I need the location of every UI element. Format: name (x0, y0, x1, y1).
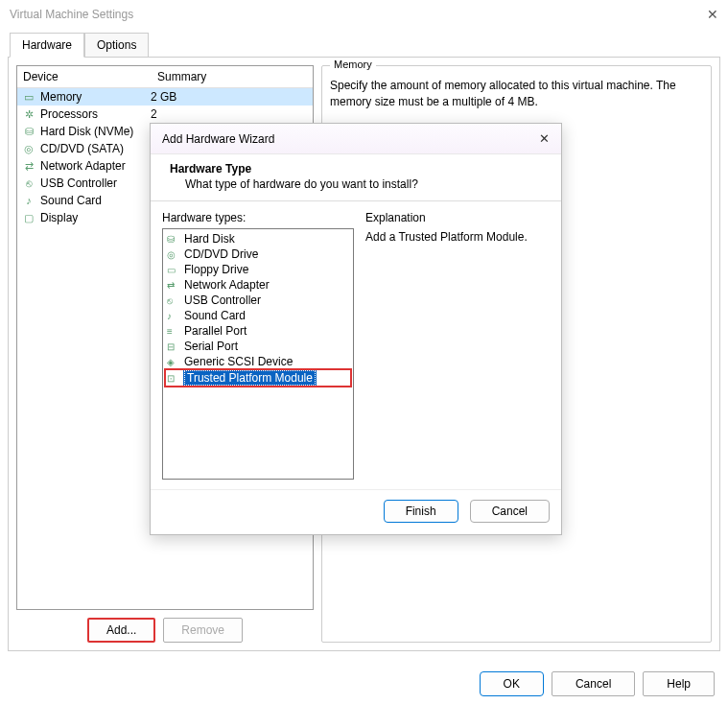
hardware-type-item[interactable]: ⎋USB Controller (165, 293, 351, 308)
hw-type-name: Network Adapter (184, 278, 270, 292)
device-name: Memory (40, 90, 151, 104)
wizard-titlebar: Add Hardware Wizard ✕ (151, 124, 561, 154)
hardware-type-item[interactable]: ⊡Trusted Platform Module (165, 369, 351, 387)
wizard-title: Add Hardware Wizard (162, 132, 274, 146)
device-icon: ◎ (21, 143, 36, 155)
hardware-type-item[interactable]: ◎CD/DVD Drive (165, 246, 351, 262)
wizard-head-desc: What type of hardware do you want to ins… (185, 177, 542, 191)
wizard-cancel-button[interactable]: Cancel (470, 500, 550, 523)
hardware-type-item[interactable]: ⛁Hard Disk (165, 231, 351, 246)
hw-type-icon: ≡ (167, 326, 180, 337)
hw-type-icon: ⊡ (167, 373, 180, 384)
device-name: Network Adapter (40, 159, 151, 173)
device-row[interactable]: ▭Memory2 GB (17, 88, 313, 106)
hw-type-icon: ⎋ (167, 295, 180, 306)
hw-type-name: USB Controller (184, 293, 261, 307)
device-icon: ⛁ (21, 126, 36, 138)
memory-legend: Memory (330, 59, 376, 70)
remove-button: Remove (163, 618, 243, 643)
ok-button[interactable]: OK (480, 671, 544, 696)
memory-description: Specify the amount of memory allocated t… (330, 74, 703, 118)
hw-type-name: Parallel Port (184, 324, 247, 338)
device-name: Display (40, 211, 151, 224)
hw-type-name: Serial Port (184, 340, 238, 353)
hw-type-icon: ♪ (167, 311, 180, 321)
hw-type-icon: ⛁ (167, 234, 180, 245)
device-name: Hard Disk (NVMe) (40, 125, 151, 138)
tab-options[interactable]: Options (84, 33, 149, 58)
hardware-types-list[interactable]: ⛁Hard Disk◎CD/DVD Drive▭Floppy Drive⇄Net… (162, 228, 354, 480)
device-icon: ✲ (21, 108, 36, 121)
hardware-types-label: Hardware types: (162, 211, 354, 224)
device-name: Processors (40, 107, 151, 121)
hardware-type-item[interactable]: ⇄Network Adapter (165, 277, 351, 293)
hw-type-name: Floppy Drive (184, 263, 248, 276)
device-icon: ♪ (21, 195, 36, 206)
tab-strip: Hardware Options (0, 33, 728, 58)
device-name: CD/DVD (SATA) (40, 142, 151, 155)
device-row[interactable]: ✲Processors2 (17, 106, 313, 123)
hw-type-name: Sound Card (184, 309, 246, 322)
hw-type-name: Hard Disk (184, 232, 235, 246)
device-icon: ▭ (21, 91, 36, 104)
tab-hardware[interactable]: Hardware (10, 33, 84, 58)
device-summary: 2 GB (151, 90, 309, 104)
wizard-header: Hardware Type What type of hardware do y… (151, 154, 561, 201)
col-header-device[interactable]: Device (17, 66, 152, 87)
hardware-type-item[interactable]: ♪Sound Card (165, 308, 351, 323)
device-icon: ⇄ (21, 160, 36, 173)
hw-type-icon: ⊟ (167, 341, 180, 352)
help-button[interactable]: Help (643, 671, 715, 696)
window-title: Virtual Machine Settings (10, 8, 133, 21)
window-close-icon[interactable]: ✕ (707, 7, 718, 22)
hw-type-icon: ⇄ (167, 280, 180, 291)
wizard-close-icon[interactable]: ✕ (539, 131, 550, 146)
device-name: USB Controller (40, 176, 151, 190)
hw-type-name: CD/DVD Drive (184, 247, 258, 261)
hw-type-icon: ▭ (167, 265, 180, 275)
titlebar: Virtual Machine Settings ✕ (0, 0, 728, 29)
device-icon: ⎋ (21, 177, 36, 189)
hardware-type-item[interactable]: ▭Floppy Drive (165, 262, 351, 277)
explanation-text: Add a Trusted Platform Module. (365, 230, 550, 244)
hardware-type-item[interactable]: ◈Generic SCSI Device (165, 354, 351, 369)
hardware-type-item[interactable]: ≡Parallel Port (165, 323, 351, 339)
hw-type-name: Generic SCSI Device (184, 355, 293, 368)
explanation-label: Explanation (365, 211, 550, 224)
col-header-summary[interactable]: Summary (152, 66, 313, 87)
hw-type-icon: ◎ (167, 249, 180, 260)
device-name: Sound Card (40, 194, 151, 207)
device-list-header: Device Summary (17, 66, 313, 88)
hw-type-name: Trusted Platform Module (184, 370, 316, 386)
add-hardware-wizard: Add Hardware Wizard ✕ Hardware Type What… (150, 123, 562, 535)
wizard-head-title: Hardware Type (170, 162, 542, 176)
device-summary: 2 (151, 107, 309, 121)
finish-button[interactable]: Finish (384, 500, 458, 523)
hardware-type-item[interactable]: ⊟Serial Port (165, 339, 351, 354)
device-icon: ▢ (21, 212, 36, 224)
hw-type-icon: ◈ (167, 357, 180, 367)
cancel-button[interactable]: Cancel (552, 671, 635, 696)
add-button[interactable]: Add... (87, 618, 155, 643)
